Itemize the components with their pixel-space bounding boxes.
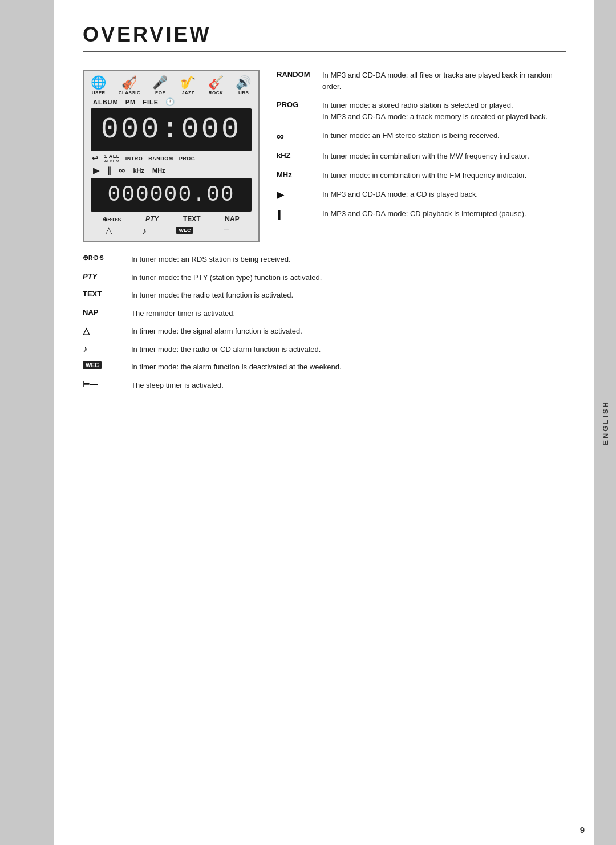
bottom-labels-row: ⊕R·D·S PTY TEXT NAP <box>91 215 252 223</box>
icon-user: 🌐 USER <box>91 76 107 95</box>
album-label: ALBUM <box>93 99 119 105</box>
desc-text-mhz: In tuner mode: in combination with the F… <box>322 170 526 181</box>
lower-text-pty: In tuner mode: the PTY (station type) fu… <box>131 272 322 283</box>
desc-term-prog: PROG <box>277 100 322 109</box>
lower-term-pty: PTY <box>83 272 131 281</box>
lower-text-nap: The reminder timer is activated. <box>131 308 235 319</box>
left-sidebar <box>0 0 54 845</box>
lower-term-text: TEXT <box>83 290 131 298</box>
lower-term-wec: WEC <box>83 361 131 369</box>
desc-text-pause: In MP3 and CD-DA mode: CD playback is in… <box>322 208 526 220</box>
desc-random: RANDOM In MP3 and CD-DA mode: all files … <box>277 70 566 92</box>
pause-icon: ‖ <box>107 166 111 175</box>
note-icon: ♪ <box>143 226 147 235</box>
desc-term-random: RANDOM <box>277 70 322 79</box>
desc-text-random: In MP3 and CD-DA mode: all files or trac… <box>322 70 566 92</box>
rds-label: ⊕R·D·S <box>103 216 121 222</box>
lower-text-note: In timer mode: the radio or CD alarm fun… <box>131 344 321 355</box>
lower-term-note: ♪ <box>83 344 131 354</box>
lower-term-nap: NAP <box>83 308 131 316</box>
language-label: ENGLISH <box>601 400 610 445</box>
desc-term-mhz: MHz <box>277 170 322 179</box>
desc-term-khz: kHZ <box>277 151 322 160</box>
lower-descriptions: ⊕R·D·S In tuner mode: an RDS station is … <box>83 254 566 391</box>
mode-intro: INTRO <box>125 156 143 161</box>
device-panel: 🌐 USER 🎻 CLASSIC 🎤 POP 🎷 JAZZ 🎸 ROCK 🔊 <box>83 70 260 242</box>
lower-text-sleep: The sleep timer is activated. <box>131 380 224 391</box>
mode-prog: PROG <box>179 156 196 161</box>
desc-text-play: In MP3 and CD-DA mode: a CD is played ba… <box>322 189 478 200</box>
icon-rock: 🎸 ROCK <box>208 76 224 95</box>
wec-inline-badge: WEC <box>83 361 102 369</box>
khz-label: kHz <box>133 167 144 174</box>
mode-row: ↩ 1 ALL ALBUM INTRO RANDOM PROG <box>91 153 252 163</box>
main-content: OVERVIEW 🌐 USER 🎻 CLASSIC 🎤 POP 🎷 JAZZ 🎸 <box>54 0 594 420</box>
nap-label: NAP <box>225 215 239 223</box>
icon-pop: 🎤 POP <box>152 76 168 95</box>
lower-text-text: In tuner mode: the radio text function i… <box>131 290 293 301</box>
desc-term-pause: ‖ <box>277 208 322 220</box>
lower-term-rds: ⊕R·D·S <box>83 254 131 262</box>
lower-desc-nap: NAP The reminder timer is activated. <box>83 308 566 319</box>
desc-text-infinity: In tuner mode: an FM stereo station is b… <box>322 130 500 141</box>
mhz-label: MHz <box>152 167 165 174</box>
lower-text-rds: In tuner mode: an RDS station is being r… <box>131 254 291 265</box>
mode-random: RANDOM <box>148 156 173 161</box>
desc-pause: ‖ In MP3 and CD-DA mode: CD playback is … <box>277 208 566 220</box>
icon-row: 🌐 USER 🎻 CLASSIC 🎤 POP 🎷 JAZZ 🎸 ROCK 🔊 <box>91 76 252 95</box>
infinity-icon: ∞ <box>119 165 125 176</box>
repeat-icon: ↩ <box>92 154 99 162</box>
file-label: FILE <box>143 99 159 105</box>
lower-desc-rds: ⊕R·D·S In tuner mode: an RDS station is … <box>83 254 566 265</box>
pty-label: PTY <box>145 215 159 223</box>
lower-term-bell: △ <box>83 326 131 336</box>
right-sidebar: ENGLISH <box>594 0 616 845</box>
lower-term-sleep: ⊨— <box>83 380 131 389</box>
right-descriptions: RANDOM In MP3 and CD-DA mode: all files … <box>277 70 566 220</box>
lower-desc-sleep: ⊨— The sleep timer is activated. <box>83 380 566 391</box>
text-label: TEXT <box>183 215 201 223</box>
page-number: 9 <box>580 825 585 835</box>
mode-1all: 1 ALL ALBUM <box>104 153 120 163</box>
play-icon: ▶ <box>93 166 99 175</box>
lower-desc-note: ♪ In timer mode: the radio or CD alarm f… <box>83 344 566 355</box>
desc-prog: PROG In tuner mode: a stored radio stati… <box>277 100 566 122</box>
lower-desc-text: TEXT In tuner mode: the radio text funct… <box>83 290 566 301</box>
desc-play: ▶ In MP3 and CD-DA mode: a CD is played … <box>277 189 566 200</box>
lower-text-wec: In timer mode: the alarm function is dea… <box>131 361 342 373</box>
pm-label: PM <box>125 99 136 105</box>
lower-text-bell: In timer mode: the signal alarm function… <box>131 326 302 337</box>
lcd-main: 000:000 <box>91 108 252 151</box>
desc-khz: kHZ In tuner mode: in combination with t… <box>277 151 566 162</box>
lower-desc-pty: PTY In tuner mode: the PTY (station type… <box>83 272 566 283</box>
clock-icon: 🕐 <box>165 98 175 106</box>
desc-infinity: ∞ In tuner mode: an FM stereo station is… <box>277 130 566 143</box>
desc-term-play: ▶ <box>277 189 322 200</box>
icon-jazz: 🎷 JAZZ <box>180 76 196 95</box>
lcd-freq: 000000.00 <box>91 178 252 212</box>
symbols-row: △ ♪ WEC ⊨— <box>91 225 252 235</box>
lower-desc-wec: WEC In timer mode: the alarm function is… <box>83 361 566 373</box>
lower-desc-bell: △ In timer mode: the signal alarm functi… <box>83 326 566 337</box>
play-row: ▶ ‖ ∞ kHz MHz <box>93 165 252 176</box>
wec-badge: WEC <box>176 227 193 234</box>
desc-text-khz: In tuner mode: in combination with the M… <box>322 151 529 162</box>
desc-text-prog: In tuner mode: a stored radio station is… <box>322 100 548 122</box>
icon-ubs: 🔊 UBS <box>236 76 252 95</box>
icon-classic: 🎻 CLASSIC <box>119 76 141 95</box>
bell-icon: △ <box>106 225 112 235</box>
album-row: ALBUM PM FILE 🕐 <box>91 98 252 106</box>
desc-mhz: MHz In tuner mode: in combination with t… <box>277 170 566 181</box>
sleep-icon: ⊨— <box>223 226 237 235</box>
page-title: OVERVIEW <box>83 23 566 52</box>
desc-term-infinity: ∞ <box>277 130 322 143</box>
